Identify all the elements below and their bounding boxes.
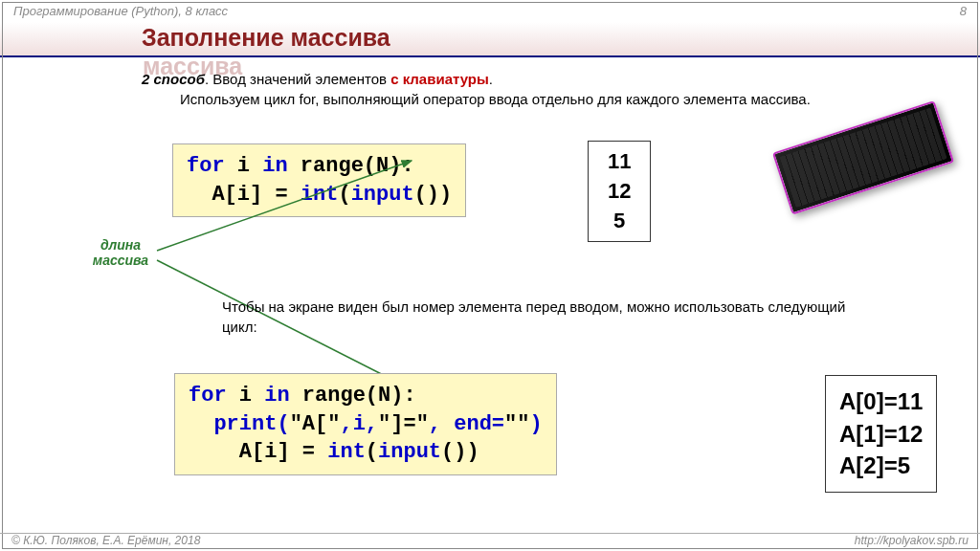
url-label: http://kpolyakov.spb.ru — [855, 534, 969, 547]
method-label: 2 способ — [142, 71, 205, 87]
desc-2: Чтобы на экране виден был номер элемента… — [222, 297, 854, 337]
intro-line: 2 способ. Ввод значений элементов с клав… — [142, 69, 942, 89]
output-box-1: 11 12 5 — [588, 141, 651, 242]
copyright: © К.Ю. Поляков, Е.А. Ерёмин, 2018 — [11, 534, 200, 547]
content-area: 2 способ. Ввод значений элементов с клав… — [0, 57, 980, 109]
intro-desc: Используем цикл for, выполняющий операто… — [142, 89, 942, 109]
red-kw: с клавиатуры — [390, 71, 489, 87]
output-box-2: A[0]=11 A[1]=12 A[2]=5 — [825, 375, 937, 493]
code-block-2: for i in range(N): print("A[",i,"]=", en… — [174, 373, 557, 475]
label-array-length: длина массива — [82, 237, 159, 268]
slide-footer: © К.Ю. Поляков, Е.А. Ерёмин, 2018 http:/… — [0, 533, 980, 547]
code-block-1: for i in range(N): A[i] = int(input()) — [172, 143, 466, 217]
